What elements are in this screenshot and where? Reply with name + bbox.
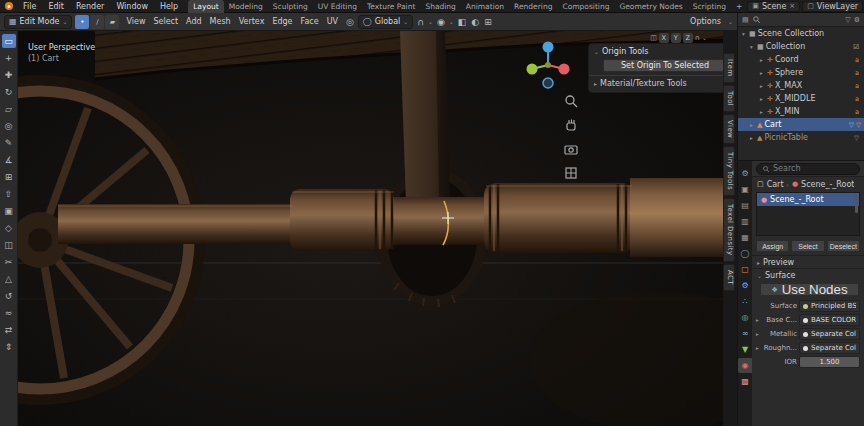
viewport-menu-item[interactable]: Edge <box>268 17 296 26</box>
menu-item[interactable]: Window <box>110 0 154 13</box>
outliner-row[interactable]: ▸ ✛ X_MIN a <box>738 105 864 118</box>
render-tab-icon[interactable]: ▣ <box>738 182 752 197</box>
tool-extrude[interactable]: ⇧ <box>2 187 16 201</box>
expand-arrow-icon[interactable]: ▸ <box>748 122 755 128</box>
scrollbar[interactable] <box>855 195 858 213</box>
property-value-field[interactable]: Separate Colo... <box>799 342 860 354</box>
preview-section-header[interactable]: ▸ Preview <box>752 255 864 268</box>
expand-icon[interactable]: ▸ <box>754 331 761 337</box>
tool-shrink-fatten[interactable]: ⇕ <box>2 340 16 354</box>
viewlayer-selector[interactable]: ▢ ViewLayer <box>802 1 863 12</box>
expand-arrow-icon[interactable]: ▸ <box>758 70 765 76</box>
expand-arrow-icon[interactable]: ▸ <box>748 135 755 141</box>
slot-action-button[interactable]: Assign <box>756 240 789 252</box>
mirror-icon[interactable]: ◫ <box>650 34 657 42</box>
camera-view-icon[interactable] <box>563 141 579 157</box>
viewport-menu-item[interactable]: Add <box>182 17 206 26</box>
snap-magnet-icon[interactable]: ∩ <box>416 17 425 27</box>
physics-tab-icon[interactable]: ◎ <box>738 310 752 325</box>
outliner-item-label[interactable]: Scene Collection <box>758 29 857 38</box>
zoom-icon[interactable] <box>563 93 579 109</box>
modifiers-tab-icon[interactable]: ⚙ <box>738 278 752 293</box>
slot-action-button[interactable]: Deselect <box>827 240 860 252</box>
material-tab-icon[interactable]: ◉ <box>738 358 752 373</box>
expand-arrow-icon[interactable]: ▸ <box>758 109 765 115</box>
tool-scale[interactable]: ▱ <box>2 102 16 116</box>
workspace-tab[interactable]: Compositing <box>557 0 614 13</box>
outliner-badge-icon[interactable]: ▽ <box>849 121 854 129</box>
proportional-editing-icon[interactable]: ◉ <box>436 17 446 27</box>
outliner-item-label[interactable]: X_MAX <box>775 81 853 90</box>
property-value-field[interactable]: 1.500 <box>799 356 860 368</box>
menu-item[interactable]: File <box>17 0 42 13</box>
mirror-axis-toggle[interactable]: X <box>659 33 669 43</box>
face-select-mode[interactable]: ▰ <box>105 15 119 29</box>
property-value-field[interactable]: Separate Colo... <box>799 328 860 340</box>
viewlayer-tab-icon[interactable]: ▥ <box>738 214 752 229</box>
gizmos-icon[interactable]: ⊞ <box>483 17 493 27</box>
overlays-icon[interactable]: ◐ <box>470 17 480 27</box>
outliner-badge-icon[interactable]: ☑ <box>853 43 859 51</box>
origin-tools-header[interactable]: ⌄ Origin Tools <box>589 44 723 58</box>
outliner-item-label[interactable]: Coord <box>775 55 853 64</box>
sidebar-tab[interactable]: Tiny Tools <box>723 146 735 196</box>
viewport-menu-item[interactable]: View <box>122 17 149 26</box>
outliner-badge-icon[interactable]: ▽ <box>856 121 861 129</box>
texture-tab-icon[interactable]: ▩ <box>738 374 752 389</box>
tool-edge-slide[interactable]: ⇄ <box>2 323 16 337</box>
ortho-grid-icon[interactable] <box>563 165 579 181</box>
outliner-badge-icon[interactable]: ▽ <box>854 134 859 142</box>
mode-dropdown[interactable]: ▦ Edit Mode ⌄ <box>4 15 72 29</box>
tool-transform[interactable]: ◎ <box>2 119 16 133</box>
mirror-axis-toggle[interactable]: Y <box>671 33 681 43</box>
viewport-3d[interactable]: User Perspective (1) Cart <box>18 31 723 426</box>
outliner-row[interactable]: ▸ ✛ X_MIDDLE a <box>738 92 864 105</box>
outliner-row[interactable]: ▸ ▲ PicnicTable ▽ <box>738 131 864 144</box>
tool-inset[interactable]: ▣ <box>2 204 16 218</box>
menu-item[interactable]: Render <box>70 0 110 13</box>
tool-spin[interactable]: ↺ <box>2 289 16 303</box>
data-tab-icon[interactable]: ▼ <box>738 342 752 357</box>
tool-add-cube[interactable]: ⊞ <box>2 170 16 184</box>
outliner-row[interactable]: ▸ ✛ Sphere a <box>738 66 864 79</box>
tool-loop-cut[interactable]: ◫ <box>2 238 16 252</box>
tool-rotate[interactable]: ↻ <box>2 85 16 99</box>
output-tab-icon[interactable]: ▤ <box>738 198 752 213</box>
outliner-item-label[interactable]: X_MIDDLE <box>775 94 853 103</box>
tool-knife[interactable]: ✂ <box>2 255 16 269</box>
tool-select-box[interactable]: ▭ <box>2 34 16 48</box>
use-nodes-button[interactable]: ❖ Use Nodes <box>760 283 859 296</box>
breadcrumb-material[interactable]: Scene_-_Root <box>801 180 854 189</box>
close-icon[interactable]: × <box>789 2 795 10</box>
workspace-tab[interactable]: Modeling <box>224 0 268 13</box>
add-workspace-button[interactable]: + <box>731 0 747 13</box>
expand-icon[interactable]: ▸ <box>754 345 761 351</box>
set-origin-button[interactable]: Set Origin To Selected <box>603 59 723 72</box>
tool-tab-icon[interactable]: ⚙ <box>738 166 752 181</box>
material-slot-list[interactable]: ● Scene_-_Root <box>756 192 860 236</box>
workspace-tab[interactable]: Animation <box>461 0 509 13</box>
outliner-item-label[interactable]: Cart <box>764 120 847 129</box>
outliner-row[interactable]: ▾ ▦ Collection ☑ <box>738 40 864 53</box>
sidebar-tab[interactable]: Texel Density <box>723 198 735 262</box>
tool-annotate[interactable]: ✎ <box>2 136 16 150</box>
outliner-editor-icon[interactable]: ▤ <box>742 16 749 24</box>
navigation-gizmo[interactable] <box>518 35 578 95</box>
outliner-item-label[interactable]: Sphere <box>775 68 853 77</box>
expand-arrow-icon[interactable]: ▾ <box>740 31 747 37</box>
workspace-tab[interactable]: Scripting <box>688 0 731 13</box>
world-tab-icon[interactable]: ◯ <box>738 246 752 261</box>
property-value-field[interactable]: BASE COLOR <box>799 314 860 326</box>
pivot-point-icon[interactable]: ◎ <box>345 17 355 27</box>
search-input[interactable]: Search <box>756 163 860 175</box>
tool-cursor[interactable]: + <box>2 51 16 65</box>
tool-bevel[interactable]: ◇ <box>2 221 16 235</box>
workspace-tab[interactable]: Layout <box>188 0 224 13</box>
workspace-tab[interactable]: UV Editing <box>313 0 362 13</box>
outliner-badge-icon[interactable]: a <box>855 108 859 116</box>
workspace-tab[interactable]: Sculpting <box>268 0 313 13</box>
gear-icon[interactable]: ⚙ <box>854 16 860 24</box>
outliner-row[interactable]: ▸ ▲ Cart ▽ ▽ <box>738 118 864 131</box>
outliner-item-label[interactable]: X_MIN <box>775 107 853 116</box>
tool-smooth[interactable]: ≈ <box>2 306 16 320</box>
